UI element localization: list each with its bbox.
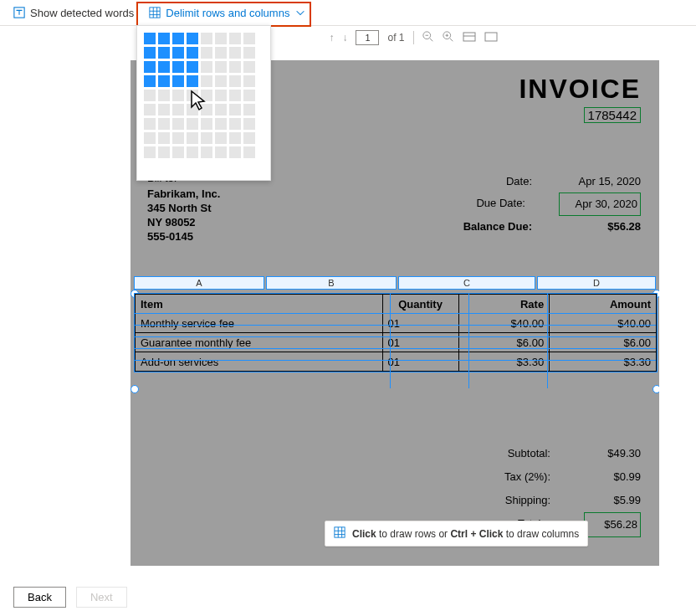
col-d[interactable]: D bbox=[537, 276, 656, 290]
table-row: Guarantee monthly fee 01 $6.00 $6.00 bbox=[136, 333, 657, 352]
page-number-input[interactable]: 1 bbox=[356, 30, 379, 45]
table-row: Item Quantity Rate Amount bbox=[136, 295, 657, 314]
workspace: INVOICE 1785442 Bill to: Fabrikam, Inc. … bbox=[0, 50, 696, 578]
detected-table[interactable]: Item Quantity Rate Amount Monthly servic… bbox=[134, 293, 658, 372]
grid-cell[interactable] bbox=[201, 118, 212, 130]
grid-cell[interactable] bbox=[158, 90, 170, 101]
grid-cell[interactable] bbox=[243, 33, 255, 44]
grid-cell[interactable] bbox=[187, 104, 198, 116]
col-a[interactable]: A bbox=[134, 276, 264, 290]
grid-cell[interactable] bbox=[229, 132, 241, 144]
grid-cell[interactable] bbox=[243, 90, 255, 101]
resize-handle[interactable] bbox=[130, 385, 139, 393]
grid-cell[interactable] bbox=[229, 33, 241, 44]
grid-cell[interactable] bbox=[158, 146, 170, 158]
grid-cell[interactable] bbox=[158, 33, 170, 44]
grid-cell[interactable] bbox=[229, 118, 241, 130]
grid-cell[interactable] bbox=[229, 146, 241, 158]
grid-cell[interactable] bbox=[187, 118, 198, 130]
prev-page-icon[interactable]: ↑ bbox=[329, 32, 334, 44]
grid-size-picker[interactable] bbox=[136, 25, 271, 181]
delimit-rows-columns[interactable]: Delimit rows and columns bbox=[149, 7, 306, 19]
grid-cell[interactable] bbox=[187, 75, 198, 87]
grid-cell[interactable] bbox=[158, 132, 170, 144]
grid-cell[interactable] bbox=[144, 146, 156, 158]
grid-cell[interactable] bbox=[215, 33, 227, 44]
grid-cell[interactable] bbox=[229, 104, 241, 116]
due-value: Apr 30, 2020 bbox=[559, 192, 641, 216]
grid-cell[interactable] bbox=[229, 47, 241, 59]
grid-cell[interactable] bbox=[144, 90, 156, 101]
grid-cell[interactable] bbox=[243, 61, 255, 73]
grid-cell[interactable] bbox=[172, 47, 184, 59]
grid-cell[interactable] bbox=[187, 146, 198, 158]
show-detected-words[interactable]: Show detected words bbox=[13, 7, 134, 19]
grid-cell[interactable] bbox=[215, 61, 227, 73]
grid-cell[interactable] bbox=[172, 33, 184, 44]
grid-cell[interactable] bbox=[158, 118, 170, 130]
grid-cell[interactable] bbox=[215, 146, 227, 158]
grid-cell[interactable] bbox=[172, 90, 184, 101]
zoom-in-icon[interactable] bbox=[443, 31, 454, 45]
grid-cell[interactable] bbox=[229, 90, 241, 101]
col-b[interactable]: B bbox=[266, 276, 397, 290]
grid-cell[interactable] bbox=[187, 61, 198, 73]
grid-cell[interactable] bbox=[201, 146, 212, 158]
grid-cell[interactable] bbox=[144, 132, 156, 144]
footer: Back Next bbox=[0, 578, 696, 616]
grid-cell[interactable] bbox=[215, 132, 227, 144]
grid-cell[interactable] bbox=[243, 104, 255, 116]
grid-cell[interactable] bbox=[201, 132, 212, 144]
grid-cell[interactable] bbox=[229, 61, 241, 73]
col-c[interactable]: C bbox=[398, 276, 535, 290]
grid-cell[interactable] bbox=[215, 75, 227, 87]
grid-cell[interactable] bbox=[243, 132, 255, 144]
grid-cell[interactable] bbox=[243, 118, 255, 130]
dates-block: Date:Apr 15, 2020 Due Date:Apr 30, 2020 … bbox=[446, 171, 641, 238]
grid-cell[interactable] bbox=[172, 146, 184, 158]
grid-cell[interactable] bbox=[144, 104, 156, 116]
grid-cell[interactable] bbox=[144, 47, 156, 59]
grid-cell[interactable] bbox=[201, 104, 212, 116]
resize-handle[interactable] bbox=[652, 385, 659, 393]
back-button[interactable]: Back bbox=[13, 587, 66, 608]
grid-cell[interactable] bbox=[158, 47, 170, 59]
grid-cell[interactable] bbox=[215, 90, 227, 101]
grid-cell[interactable] bbox=[215, 47, 227, 59]
fit-page-icon[interactable] bbox=[484, 32, 498, 44]
grid-cell[interactable] bbox=[201, 75, 212, 87]
grid-cell[interactable] bbox=[172, 61, 184, 73]
grid-cell[interactable] bbox=[187, 33, 198, 44]
grid-cell[interactable] bbox=[243, 146, 255, 158]
grid-cell[interactable] bbox=[229, 75, 241, 87]
grid-cell[interactable] bbox=[158, 61, 170, 73]
invoice-number: 1785442 bbox=[584, 107, 641, 123]
grid-cell[interactable] bbox=[172, 75, 184, 87]
grid-cell[interactable] bbox=[201, 61, 212, 73]
svg-rect-1 bbox=[150, 8, 160, 18]
grid-cell[interactable] bbox=[158, 104, 170, 116]
grid-cell[interactable] bbox=[243, 47, 255, 59]
grid-cell[interactable] bbox=[243, 75, 255, 87]
grid-cell[interactable] bbox=[187, 132, 198, 144]
text-detect-icon bbox=[13, 7, 25, 18]
grid-cell[interactable] bbox=[201, 47, 212, 59]
grid-cell[interactable] bbox=[172, 132, 184, 144]
grid-cell[interactable] bbox=[215, 104, 227, 116]
next-page-icon[interactable]: ↓ bbox=[342, 32, 347, 44]
grid-cell[interactable] bbox=[144, 118, 156, 130]
grid-cell[interactable] bbox=[201, 33, 212, 44]
grid-cell[interactable] bbox=[158, 75, 170, 87]
fit-width-icon[interactable] bbox=[463, 32, 476, 44]
grid-cell[interactable] bbox=[215, 118, 227, 130]
grid-cell[interactable] bbox=[187, 90, 198, 101]
grid-cell[interactable] bbox=[144, 33, 156, 44]
next-button: Next bbox=[76, 587, 127, 608]
grid-cell[interactable] bbox=[172, 104, 184, 116]
grid-cell[interactable] bbox=[144, 75, 156, 87]
grid-cell[interactable] bbox=[172, 118, 184, 130]
grid-cell[interactable] bbox=[201, 90, 212, 101]
grid-cell[interactable] bbox=[144, 61, 156, 73]
zoom-out-icon[interactable] bbox=[422, 31, 434, 45]
grid-cell[interactable] bbox=[187, 47, 198, 59]
